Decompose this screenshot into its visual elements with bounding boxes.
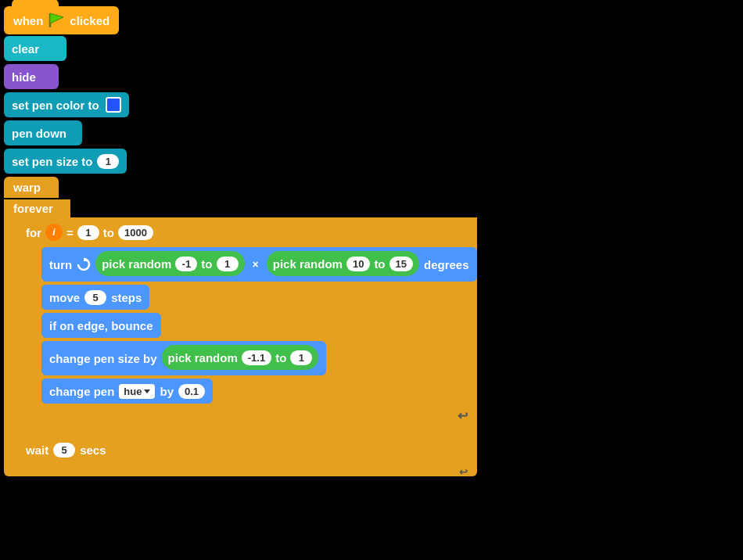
change-pen-size-block[interactable]: change pen size by pick random -1.1 to 1 — [41, 341, 326, 375]
blocks-workspace: when clicked clear hide set pen color to… — [4, 6, 477, 478]
pen-color-swatch[interactable] — [106, 97, 121, 113]
change-pen-size-label: change pen size by — [49, 352, 157, 365]
set-pen-color-label: set pen color to — [12, 99, 99, 112]
svg-marker-1 — [50, 13, 63, 23]
clear-label: clear — [12, 42, 39, 56]
pick-random-2-label: pick random — [273, 257, 343, 271]
for-from-value[interactable]: 1 — [77, 225, 99, 240]
move-block-row: move 5 steps — [41, 285, 477, 311]
clear-block-row: clear — [4, 36, 477, 63]
for-var: i — [45, 224, 63, 241]
for-loop-block: for i = 1 to 1000 turn — [18, 220, 477, 433]
hue-value[interactable]: 0.1 — [178, 384, 205, 399]
wait-block[interactable]: wait 5 secs — [18, 437, 114, 462]
for-return-icon: ↩ — [454, 407, 471, 425]
warp-row: warp — [4, 177, 477, 198]
change-pen-label: change pen — [49, 385, 114, 398]
forever-header[interactable]: forever — [4, 199, 70, 217]
if-edge-label: if on edge, bounce — [49, 319, 153, 332]
when-clicked-block[interactable]: when clicked — [4, 6, 119, 34]
hue-dropdown-arrow-icon — [144, 389, 150, 393]
if-edge-row: if on edge, bounce — [41, 313, 477, 339]
pick2-from-val[interactable]: 10 — [346, 257, 370, 271]
pick-random-1-block[interactable]: pick random -1 to 1 — [95, 251, 244, 276]
hide-block[interactable]: hide — [4, 64, 59, 89]
size-from-val[interactable]: -1.1 — [242, 350, 271, 365]
pick-random-size-label: pick random — [168, 351, 238, 364]
for-to-value[interactable]: 1000 — [118, 225, 153, 240]
by-label: by — [160, 385, 174, 398]
for-to-label: to — [103, 226, 114, 239]
forever-return-icon: ↩ — [456, 465, 471, 479]
secs-label: secs — [80, 443, 106, 457]
for-footer — [18, 427, 477, 433]
pick-random-2-block[interactable]: pick random 10 to 15 — [267, 251, 419, 276]
pick2-to-lbl: to — [374, 257, 385, 271]
for-inner: turn pick random -1 to 1 — [18, 245, 477, 427]
pick1-from-val[interactable]: -1 — [175, 257, 197, 271]
pick-random-1-label: pick random — [102, 257, 171, 271]
if-edge-block[interactable]: if on edge, bounce — [41, 313, 161, 338]
warp-label: warp — [13, 181, 41, 194]
for-loop-header[interactable]: for i = 1 to 1000 — [18, 220, 253, 245]
set-pen-color-block[interactable]: set pen color to — [4, 92, 129, 117]
clicked-label: clicked — [70, 14, 109, 27]
degrees-label: degrees — [424, 258, 469, 271]
forever-footer: ↩ — [4, 467, 477, 476]
warp-block[interactable]: warp — [4, 177, 59, 198]
hide-label: hide — [12, 70, 36, 84]
change-pen-hue-row: change pen hue by 0.1 — [41, 379, 477, 405]
move-steps-value[interactable]: 5 — [84, 290, 106, 305]
forever-block: forever for i = 1 to 1000 — [4, 199, 477, 476]
turn-block[interactable]: turn pick random -1 to 1 — [41, 247, 477, 282]
pick-random-size-block[interactable]: pick random -1.1 to 1 — [162, 345, 319, 370]
change-pen-size-row: change pen size by pick random -1.1 to 1 — [41, 341, 477, 377]
times-symbol: × — [249, 258, 262, 271]
move-label: move — [49, 291, 80, 304]
for-loop-return-arrow: ↩ — [41, 407, 477, 425]
wait-block-row: wait 5 secs — [18, 437, 477, 464]
clear-block[interactable]: clear — [4, 36, 66, 61]
steps-label: steps — [111, 291, 142, 304]
turn-clockwise-icon — [77, 257, 91, 271]
when-label: when — [13, 14, 43, 27]
set-pen-color-row: set pen color to — [4, 92, 477, 119]
green-flag-icon — [48, 13, 65, 28]
forever-label: forever — [13, 202, 53, 215]
pen-down-label: pen down — [12, 127, 66, 140]
set-pen-size-block[interactable]: set pen size to 1 — [4, 149, 127, 174]
hide-block-row: hide — [4, 64, 477, 91]
for-eq: = — [66, 226, 74, 239]
set-pen-size-row: set pen size to 1 — [4, 149, 477, 175]
turn-block-row: turn pick random -1 to 1 — [41, 247, 477, 283]
wait-label: wait — [26, 443, 48, 457]
pen-down-row: pen down — [4, 120, 477, 147]
pick1-to-lbl: to — [201, 257, 212, 271]
wait-block-wrapper: wait 5 secs — [4, 436, 477, 467]
size-to-val[interactable]: 1 — [290, 350, 312, 365]
pen-size-value[interactable]: 1 — [97, 154, 119, 169]
pick2-to-val[interactable]: 15 — [389, 257, 413, 271]
size-to-lbl: to — [275, 351, 286, 364]
for-label: for — [26, 226, 41, 239]
hat-block-row: when clicked — [4, 6, 477, 34]
wait-value[interactable]: 5 — [53, 443, 75, 458]
change-pen-hue-block[interactable]: change pen hue by 0.1 — [41, 379, 213, 404]
hue-dropdown-value: hue — [124, 386, 142, 397]
set-pen-size-label: set pen size to — [12, 155, 92, 168]
turn-label: turn — [49, 258, 72, 271]
forever-inner: for i = 1 to 1000 turn — [4, 217, 477, 436]
pen-down-block[interactable]: pen down — [4, 120, 82, 145]
hue-dropdown[interactable]: hue — [119, 384, 155, 399]
pick1-to-val[interactable]: 1 — [217, 257, 239, 271]
move-block[interactable]: move 5 steps — [41, 285, 149, 310]
